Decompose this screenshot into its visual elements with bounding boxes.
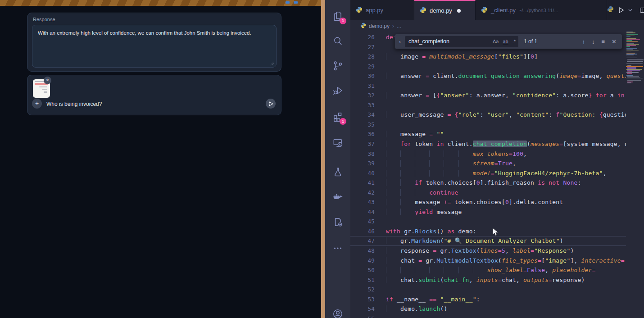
code-line-text [375,120,386,130]
code-line-41[interactable]: 41 if token.choices[0].finish_reason is … [350,178,626,188]
code-editor[interactable]: 26def chat_fn(multimodal_message):2728 i… [350,32,644,318]
code-line-51[interactable]: 51 chat.submit(chat_fn, inputs=chat, out… [350,275,626,285]
code-line-33[interactable]: 33 [350,100,626,110]
code-line-40[interactable]: 40 model="HuggingFaceH4/zephyr-7b-beta", [350,168,626,178]
line-number: 31 [350,81,375,91]
chat-input-block: ✕ + Who is being invoiced? [27,75,281,115]
code-line-text [375,42,386,52]
code-line-text: for token in client.chat_completion(mess… [375,139,626,149]
activity-source-control-icon[interactable] [332,60,344,72]
code-line-39[interactable]: 39 stream=True, [350,159,626,168]
code-line-47[interactable]: 47 gr.Markdown("# 🔍 Document Analyzer Ch… [350,236,626,246]
activity-more-icon[interactable] [332,242,344,254]
code-line-31[interactable]: 31 [350,81,626,91]
find-query[interactable]: chat_completion [408,38,489,45]
activity-extensions-icon[interactable]: 1 [332,111,344,123]
find-next-icon[interactable]: ↓ [592,38,595,45]
tab-demo.py[interactable]: demo.py [414,0,476,20]
code-line-30[interactable]: 30 answer = client.document_question_ans… [350,71,626,81]
run-dropdown-chevron-icon[interactable] [628,8,633,13]
resize-handle-icon[interactable] [270,61,274,66]
code-line-53[interactable]: 53if __name__ == "__main__": [350,295,626,304]
activity-docker-icon[interactable] [332,191,344,203]
breadcrumb-file[interactable]: demo.py [369,23,390,29]
code-line-text [375,217,386,227]
split-editor-icon[interactable] [639,6,644,14]
activity-remote-explorer-icon[interactable] [332,137,344,149]
code-line-37[interactable]: 37 for token in client.chat_completion(m… [350,139,626,149]
editor-actions [607,0,644,20]
response-textarea[interactable]: With an extremely high level of confiden… [32,25,277,68]
code-line-text: message = "" [375,129,444,139]
response-label: Response [33,17,55,22]
code-line-48[interactable]: 48 response = gr.Textbox(lines=5, label=… [350,246,626,256]
breadcrumb-rest[interactable]: ... [397,23,401,29]
attachment-close-icon[interactable]: ✕ [44,77,51,84]
find-in-selection-icon[interactable]: ≡ [602,38,605,45]
find-close-icon[interactable]: ✕ [612,38,617,45]
code-line-45[interactable]: 45 [350,217,626,227]
activity-run-debug-icon[interactable] [332,85,344,96]
code-line-text: demo.launch() [375,304,447,314]
line-number: 48 [350,246,375,256]
code-line-text: continue [375,188,458,198]
code-line-36[interactable]: 36 message = "" [350,129,626,139]
activity-run-config-icon[interactable] [332,216,344,228]
code-line-43[interactable]: 43 message += token.choices[0].delta.con… [350,197,626,207]
code-lines: 26def chat_fn(multimodal_message):2728 i… [350,32,626,318]
code-line-29[interactable]: 29 [350,62,626,72]
code-line-text: yield message [375,207,462,217]
line-number: 40 [350,168,375,178]
code-line-50[interactable]: 50 show_label=False, placeholder= [350,265,626,275]
match-case-icon[interactable]: Aa [493,39,499,44]
breadcrumb[interactable]: demo.py › ... [350,20,644,32]
code-line-38[interactable]: 38 max_tokens=100, [350,149,626,159]
find-previous-icon[interactable]: ↑ [582,38,585,45]
whole-word-icon[interactable]: ab [503,39,508,44]
code-line-text [375,62,386,72]
window-divider[interactable] [321,0,325,318]
regex-icon[interactable]: .* [512,39,516,44]
code-line-28[interactable]: 28 image = multimodal_message["files"][0… [350,52,626,62]
code-line-32[interactable]: 32 answer = [{"answer": a.answer, "confi… [350,91,626,100]
activity-search-icon[interactable] [332,35,344,47]
window-top-stripe [0,0,321,6]
code-line-text: image = multimodal_message["files"][0] [375,52,538,62]
run-python-file-icon[interactable] [617,6,625,14]
chat-input-text[interactable]: Who is being invoiced? [46,101,102,107]
vscode-window: 11 app.pydemo.py_client.py~/.../python3.… [325,0,644,318]
response-text: With an extremely high level of confiden… [38,30,251,36]
python-file-icon [481,6,488,14]
code-line-52[interactable]: 52 [350,285,626,295]
tab-label: app.py [366,7,383,14]
activity-test-flask-icon[interactable] [332,166,344,178]
response-block: Response With an extremely high level of… [27,13,281,72]
tab-app.py[interactable]: app.py [350,0,414,20]
code-line-text: if __name__ == "__main__": [375,295,480,304]
find-input[interactable]: chat_completion Aa ab .* [405,36,518,47]
modified-dot-icon [457,9,461,13]
find-collapse-icon[interactable]: › [395,38,405,45]
code-line-49[interactable]: 49 chat = gr.MultimodalTextbox(file_type… [350,256,626,266]
vscode-content: app.pydemo.py_client.py~/.../python3.11/… [350,0,644,318]
line-number: 50 [350,265,375,275]
line-number: 33 [350,100,375,110]
code-line-42[interactable]: 42 continue [350,188,626,198]
code-line-35[interactable]: 35 [350,120,626,130]
minimap[interactable] [626,32,644,318]
activity-files-icon[interactable]: 1 [332,10,344,22]
activity-badge: 1 [340,118,346,125]
send-button[interactable] [266,99,276,109]
add-file-button[interactable]: + [32,99,42,109]
tab-_client.py[interactable]: _client.py~/.../python3.11/... [476,0,607,20]
line-number: 29 [350,62,375,72]
tab-description: ~/.../python3.11/... [519,8,558,13]
code-line-text: response = gr.Textbox(lines=5, label="Re… [375,246,574,256]
code-line-34[interactable]: 34 user_message = {"role": "user", "cont… [350,110,626,120]
code-line-54[interactable]: 54 demo.launch() [350,304,626,314]
code-line-55[interactable]: 55 [350,314,626,318]
activity-account-icon[interactable] [332,308,344,318]
code-line-44[interactable]: 44 yield message [350,207,626,217]
send-icon [268,101,274,107]
code-line-46[interactable]: 46with gr.Blocks() as demo: [350,227,626,236]
